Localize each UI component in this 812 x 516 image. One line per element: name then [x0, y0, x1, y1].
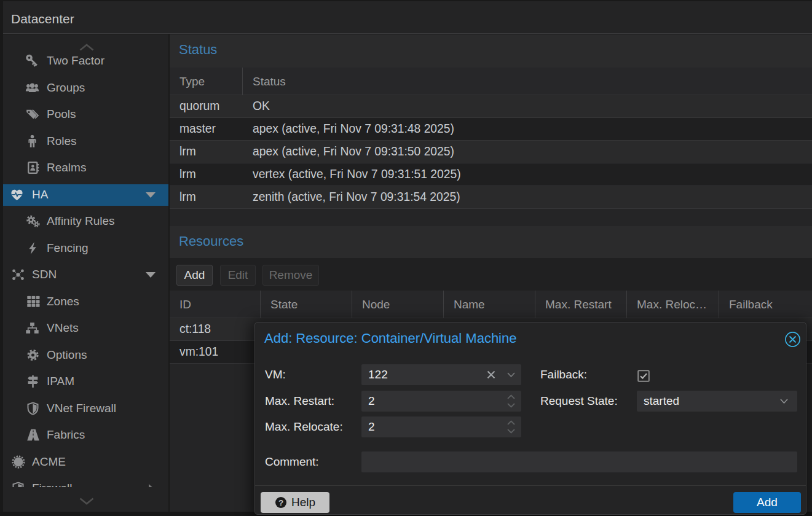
svg-text:?: ? — [278, 498, 283, 507]
